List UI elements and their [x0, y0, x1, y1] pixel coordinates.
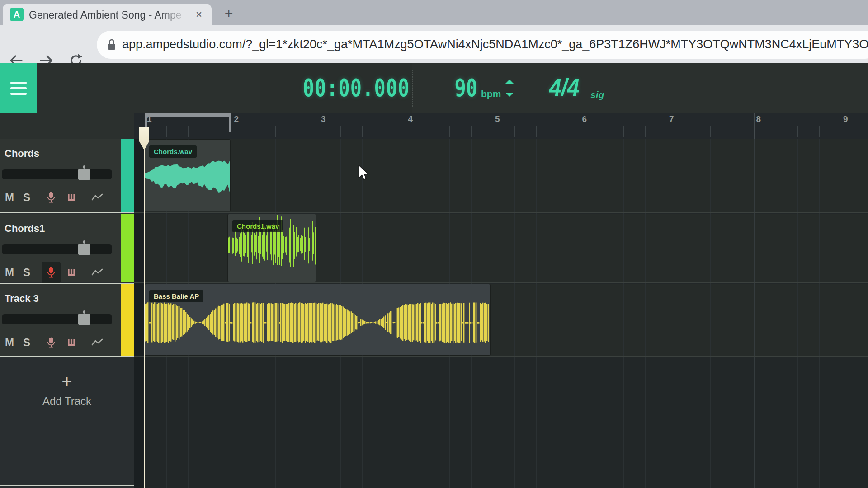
- audio-clip-bass[interactable]: Bass Balie AP: [145, 284, 490, 355]
- ruler-bar-number: 5: [495, 114, 500, 124]
- track-volume-slider[interactable]: [2, 169, 112, 179]
- timeline-ruler[interactable]: 123456789: [134, 113, 868, 139]
- track-name: Chords1: [5, 223, 45, 235]
- browser-toolbar: app.ampedstudio.com/?_gl=1*zkt20c*_ga*MT…: [0, 25, 868, 63]
- automation-zigzag-icon: [91, 338, 103, 347]
- track-list-panel: Chords M S Chords1 M S: [0, 139, 134, 488]
- mic-icon: [46, 192, 56, 203]
- new-tab-button[interactable]: +: [220, 5, 238, 23]
- loop-region-marker[interactable]: [145, 113, 231, 117]
- track-color-strip: [121, 284, 134, 356]
- ruler-bar-number: 8: [756, 114, 761, 124]
- piano-icon: [67, 193, 76, 202]
- time-signature-value[interactable]: 4/4: [541, 72, 588, 103]
- app-window: A Generated Ambient Song - Ampe × + app.…: [0, 0, 868, 488]
- timeline-left-margin: [134, 139, 145, 488]
- track-lane: [134, 139, 868, 212]
- piano-roll-button[interactable]: [62, 262, 80, 283]
- bpm-value[interactable]: 90: [442, 71, 477, 105]
- record-arm-button[interactable]: [42, 262, 61, 283]
- solo-button[interactable]: S: [19, 332, 34, 353]
- signature-unit-label: sig: [590, 89, 604, 100]
- close-tab-icon[interactable]: ×: [193, 8, 205, 21]
- automation-zigzag-icon: [91, 268, 103, 277]
- lane-divider: [134, 212, 868, 213]
- mute-button[interactable]: M: [2, 262, 17, 283]
- url-text: app.ampedstudio.com/?_gl=1*zkt20c*_ga*MT…: [122, 38, 868, 52]
- track-header-track3[interactable]: Track 3 M S: [0, 284, 134, 356]
- lane-divider: [134, 356, 868, 357]
- piano-icon: [67, 268, 76, 277]
- mic-icon: [46, 267, 56, 278]
- mic-icon: [46, 337, 56, 348]
- track-volume-slider[interactable]: [2, 314, 112, 324]
- loop-region-end-handle[interactable]: [229, 113, 231, 132]
- playhead-line: [144, 136, 145, 488]
- piano-roll-button[interactable]: [62, 187, 80, 208]
- solo-button[interactable]: S: [19, 187, 34, 208]
- solo-button[interactable]: S: [19, 262, 34, 283]
- track-divider: [0, 356, 134, 357]
- timeline-area[interactable]: Chords.wav Chords1.wav Bass Balie AP: [134, 139, 868, 488]
- add-track-button[interactable]: + Add Track: [0, 371, 134, 421]
- audio-clip-chords1[interactable]: Chords1.wav: [228, 214, 316, 282]
- clip-label: Chords.wav: [149, 145, 197, 158]
- ruler-bar-number: 6: [582, 114, 587, 124]
- track-divider: [0, 283, 134, 284]
- track-volume-slider[interactable]: [2, 244, 112, 254]
- tab-title: Generated Ambient Song - Ampe: [29, 9, 187, 21]
- ruler-bar-number: 7: [669, 114, 674, 124]
- toolbar-separator: [529, 70, 529, 107]
- volume-knob[interactable]: [78, 314, 90, 325]
- ruler-bar-number: 2: [234, 114, 239, 124]
- mute-button[interactable]: M: [2, 332, 17, 353]
- ruler-bar-number: 9: [843, 114, 848, 124]
- ruler-bar-number: 3: [321, 114, 326, 124]
- record-arm-button[interactable]: [42, 332, 61, 353]
- audio-clip-chords[interactable]: Chords.wav: [145, 140, 230, 211]
- piano-icon: [67, 338, 76, 347]
- panel-corner: [0, 113, 134, 139]
- time-display[interactable]: 00:00.000: [298, 71, 414, 105]
- lane-divider: [134, 282, 868, 283]
- clip-label: Bass Balie AP: [149, 290, 203, 302]
- volume-knob[interactable]: [78, 244, 90, 255]
- hamburger-menu-button[interactable]: [0, 63, 37, 113]
- bpm-increase-icon[interactable]: [505, 80, 514, 84]
- automation-button[interactable]: [87, 187, 108, 208]
- track-divider: [0, 485, 134, 486]
- automation-button[interactable]: [87, 332, 108, 353]
- lock-icon: [105, 38, 118, 52]
- mute-button[interactable]: M: [2, 187, 17, 208]
- address-bar[interactable]: app.ampedstudio.com/?_gl=1*zkt20c*_ga*MT…: [97, 31, 868, 59]
- bpm-unit-label: bpm: [481, 89, 501, 99]
- automation-zigzag-icon: [91, 193, 103, 202]
- daw-toolbar: 00:00.000 90 bpm 4/4 sig: [0, 63, 868, 113]
- toolbar-separator: [412, 70, 413, 107]
- track-header-chords1[interactable]: Chords1 M S: [0, 214, 134, 282]
- track-header-chords[interactable]: Chords M S: [0, 139, 134, 212]
- track-name: Track 3: [5, 293, 39, 305]
- track-name: Chords: [5, 148, 39, 160]
- track-color-strip: [121, 214, 134, 282]
- piano-roll-button[interactable]: [62, 332, 80, 353]
- browser-tab-strip: A Generated Ambient Song - Ampe × +: [0, 0, 868, 25]
- browser-tab[interactable]: A Generated Ambient Song - Ampe ×: [3, 4, 212, 25]
- add-track-label: Add Track: [0, 395, 134, 408]
- record-arm-button[interactable]: [42, 187, 61, 208]
- volume-knob[interactable]: [78, 169, 90, 180]
- amped-studio-favicon: A: [10, 8, 24, 21]
- bpm-stepper[interactable]: [504, 77, 516, 99]
- plus-icon: +: [0, 371, 134, 391]
- ruler-bar-number: 4: [408, 114, 413, 124]
- track-color-strip: [121, 139, 134, 212]
- track-divider: [0, 212, 134, 213]
- automation-button[interactable]: [87, 262, 108, 283]
- bpm-decrease-icon[interactable]: [505, 93, 514, 97]
- clip-label: Chords1.wav: [232, 220, 283, 232]
